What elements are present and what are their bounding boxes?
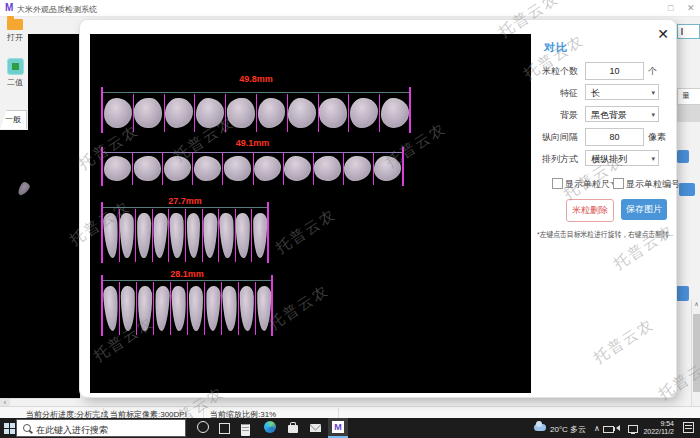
dialog-hint-note: *左键点击目标米粒进行旋转，右键点击翻转: [537, 229, 656, 240]
rice-grain[interactable]: [189, 286, 203, 331]
field-label: 特征: [530, 87, 578, 100]
tray-expand-icon[interactable]: ∧: [594, 424, 600, 433]
field-select[interactable]: 长▾: [585, 84, 659, 100]
partial-gray-bar: [676, 103, 700, 122]
save-image-button[interactable]: 保存图片: [621, 199, 667, 220]
form-row: 特征长▾: [80, 84, 676, 100]
close-button[interactable]: ✕: [687, 2, 695, 14]
ruler-end-tick: [101, 275, 103, 336]
speaker-icon[interactable]: [616, 425, 620, 431]
field-unit: 像素: [648, 131, 666, 144]
search-icon: [23, 424, 31, 432]
binarize-icon: [7, 58, 24, 75]
dialog-close-icon[interactable]: ✕: [654, 25, 672, 43]
rice-grain[interactable]: [239, 286, 254, 331]
binarize-button-label: 二值: [2, 77, 28, 88]
active-app-taskbar-button[interactable]: M: [328, 418, 348, 438]
taskbar: 在此键入进行搜索 M 20°C 多云 ∧ 9:54 2022/11/2: [0, 418, 700, 438]
field-select[interactable]: 黑色背景▾: [585, 106, 659, 122]
grain-separator-line: [119, 282, 120, 335]
ruler-line: [102, 280, 272, 281]
grain-separator-line: [204, 282, 205, 335]
partial-button-fragment: [676, 286, 689, 301]
show-grain-number-label: 显示单粒编号: [626, 178, 680, 191]
scrollbar-thumb[interactable]: [693, 314, 700, 392]
rice-grain[interactable]: [102, 286, 118, 332]
field-label: 排列方式: [530, 153, 578, 166]
clock-date: 2022/11/2: [638, 428, 674, 436]
cortana-icon[interactable]: [197, 421, 211, 435]
app-logo-icon: M: [5, 2, 13, 14]
measurement-label: 28.1mm: [102, 269, 272, 279]
show-grain-size-label: 显示单粒尺寸: [565, 178, 619, 191]
app-icon: M: [332, 421, 344, 433]
rice-grain[interactable]: [120, 286, 135, 331]
partial-button-fragment: [677, 150, 689, 163]
rice-grain[interactable]: [153, 286, 169, 332]
start-button-icon[interactable]: [4, 423, 15, 434]
clock-time: 9:54: [638, 420, 674, 428]
vertical-scrollbar[interactable]: ∧ ∨: [691, 300, 700, 416]
weather-icon[interactable]: [534, 424, 546, 431]
partial-tab-fragment: 量: [677, 88, 700, 105]
rice-grain[interactable]: [256, 286, 271, 331]
tab-level-one[interactable]: 一般: [0, 110, 27, 129]
dropdown-arrow-icon: ▾: [651, 85, 655, 101]
rice-grain[interactable]: [221, 286, 237, 332]
form-row: 米粒个数10个: [80, 62, 676, 78]
field-label: 背景: [530, 109, 578, 122]
edge-browser-icon[interactable]: [264, 421, 278, 435]
form-row: 纵向间隔80像素: [80, 128, 676, 144]
field-input[interactable]: 10: [585, 62, 644, 80]
partial-input-fragment: [677, 24, 700, 39]
scroll-up-icon[interactable]: ∧: [692, 300, 700, 309]
rice-grain[interactable]: [205, 286, 221, 331]
folder-icon: [7, 19, 23, 30]
clock[interactable]: 9:54 2022/11/2: [638, 420, 674, 436]
button-row: 米粒删除 保存图片: [80, 199, 676, 221]
grain-separator-line: [238, 282, 239, 335]
rice-grain[interactable]: [171, 286, 187, 331]
rice-grain[interactable]: [137, 286, 152, 331]
grain-separator-line: [153, 282, 154, 335]
grain-separator-line: [170, 282, 171, 335]
show-grain-number-checkbox[interactable]: [613, 178, 624, 189]
grain-separator-line: [221, 282, 222, 335]
open-button-label: 打开: [2, 32, 28, 43]
weather-text[interactable]: 20°C 多云: [550, 424, 586, 435]
open-button[interactable]: 打开: [2, 19, 28, 43]
field-unit: 个: [648, 65, 657, 78]
field-input[interactable]: 80: [585, 128, 644, 146]
field-label: 纵向间隔: [530, 131, 578, 144]
form-row: 排列方式横纵排列▾: [80, 150, 676, 166]
main-image-canvas[interactable]: [28, 34, 80, 398]
grain-separator-line: [255, 282, 256, 335]
scroll-left-icon[interactable]: ‹: [0, 399, 10, 406]
main-image-canvas-left[interactable]: [0, 130, 28, 398]
grain-separator-line: [136, 282, 137, 335]
checkbox-row: 显示单粒尺寸 显示单粒编号: [80, 178, 676, 190]
mail-icon[interactable]: [310, 421, 324, 435]
comparison-dialog: 49.8mm49.1mm27.7mm28.1mm 对比 ✕ 米粒个数10个特征长…: [80, 20, 676, 397]
maximize-button[interactable]: □: [668, 2, 673, 14]
form-row: 背景黑色背景▾: [80, 106, 676, 122]
show-grain-size-checkbox[interactable]: [552, 178, 563, 189]
field-select[interactable]: 横纵排列▾: [585, 150, 659, 166]
app-title: 大米外观品质检测系统: [17, 4, 97, 15]
grain-separator-line: [187, 282, 188, 335]
task-view-icon[interactable]: [219, 421, 233, 435]
dropdown-arrow-icon: ▾: [651, 107, 655, 123]
desktop: M 大米外观品质检测系统 □ ✕ 打开 二值 一般 ‹ 量 ∧ ∨ 当前分析进度…: [0, 0, 700, 438]
file-explorer-icon[interactable]: [241, 422, 255, 436]
search-placeholder: 在此键入进行搜索: [36, 424, 108, 437]
delete-grain-button[interactable]: 米粒删除: [566, 199, 614, 222]
store-icon[interactable]: [288, 421, 302, 435]
field-label: 米粒个数: [530, 65, 578, 78]
network-icon[interactable]: [628, 425, 638, 433]
taskbar-search-input[interactable]: 在此键入进行搜索: [16, 419, 186, 437]
dropdown-arrow-icon: ▾: [651, 151, 655, 167]
app-titlebar: M 大米外观品质检测系统 □ ✕: [0, 0, 700, 17]
action-center-icon[interactable]: [683, 422, 694, 433]
binarize-button[interactable]: 二值: [2, 58, 28, 88]
ruler-end-tick: [271, 275, 273, 336]
